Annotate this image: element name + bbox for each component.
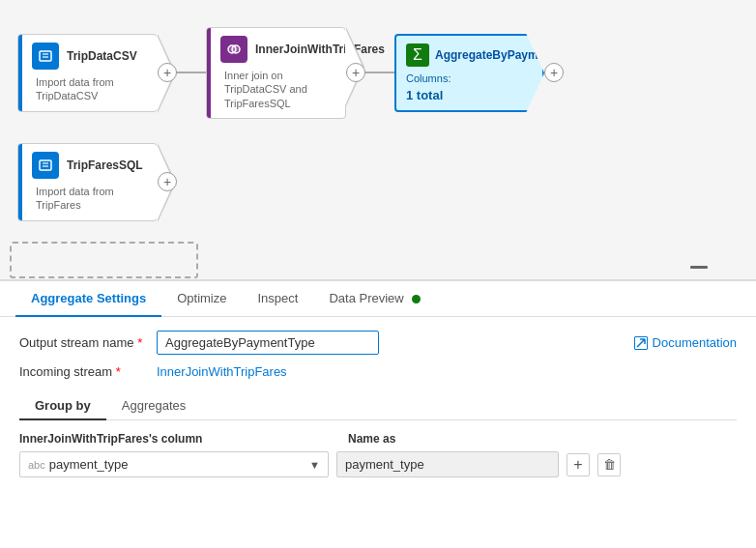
name-as-input[interactable] xyxy=(336,451,559,477)
output-stream-input[interactable] xyxy=(157,331,379,355)
tab-optimize[interactable]: Optimize xyxy=(161,281,242,317)
pipeline-row-1: TripDataCSV Import data from TripDataCSV… xyxy=(17,27,564,119)
node-agg-columns-label: Columns: xyxy=(406,71,518,85)
sigma-icon: Σ xyxy=(413,46,422,64)
empty-dashed-box xyxy=(10,242,198,278)
connector-line-1 xyxy=(177,72,206,73)
tab-data-preview[interactable]: Data Preview xyxy=(313,281,436,317)
node-left-bar-3 xyxy=(18,144,22,220)
svg-rect-0 xyxy=(40,51,51,61)
main-tabs: Aggregate Settings Optimize Inspect Data… xyxy=(0,281,756,317)
required-star-1: * xyxy=(137,335,142,350)
node-subtitle: Import data from TripDataCSV xyxy=(28,75,147,103)
sub-tabs: Group by Aggregates xyxy=(19,392,737,420)
node-icon-green: Σ xyxy=(406,43,429,67)
documentation-label: Documentation xyxy=(653,335,737,350)
tab-inspect[interactable]: Inspect xyxy=(242,281,313,317)
sub-tab-group-by[interactable]: Group by xyxy=(19,392,106,420)
name-as-header: Name as xyxy=(348,432,737,446)
panel-body: Output stream name * Documentation Incom… xyxy=(0,317,756,548)
node-top-row-3: TripFaresSQL xyxy=(28,152,147,179)
incoming-stream-label: Incoming stream * xyxy=(19,364,145,379)
dropdown-value: payment_type xyxy=(49,457,309,472)
node-title: TripDataCSV xyxy=(59,49,147,63)
bottom-panel: Aggregate Settings Optimize Inspect Data… xyxy=(0,280,756,548)
node-left-bar xyxy=(18,35,22,111)
node-left-bar-2 xyxy=(207,28,211,118)
incoming-stream-link[interactable]: InnerJoinWithTripFares xyxy=(157,364,287,379)
pipeline-canvas: TripDataCSV Import data from TripDataCSV… xyxy=(0,0,756,280)
node-subtitle-2: Inner join on TripDataCSV and TripFaresS… xyxy=(217,69,335,110)
node-icon-blue-2 xyxy=(32,152,59,179)
add-after-agg-btn[interactable]: + xyxy=(544,63,564,82)
node-title-3: TripFaresSQL xyxy=(59,159,147,172)
group-by-row: abc payment_type ▼ + 🗑 xyxy=(19,451,737,477)
tab-aggregate-settings[interactable]: Aggregate Settings xyxy=(15,281,161,317)
group-by-table-header: InnerJoinWithTripFares's column Name as xyxy=(19,432,737,446)
required-star-2: * xyxy=(116,364,121,379)
node-aggregate: Σ AggregateByPaymentTy... Columns: 1 tot… xyxy=(394,34,564,112)
node-subtitle-3: Import data from TripFares xyxy=(28,185,147,213)
plus-icon: + xyxy=(573,456,582,474)
delete-row-btn[interactable]: 🗑 xyxy=(597,453,621,476)
node-inner-join: InnerJoinWithTripFares Inner join on Tri… xyxy=(206,27,365,119)
node-agg-count: 1 total xyxy=(406,88,518,102)
node-top-row: TripDataCSV xyxy=(28,43,147,70)
trash-icon: 🗑 xyxy=(603,457,616,472)
zoom-out-btn[interactable] xyxy=(690,266,708,269)
svg-point-4 xyxy=(232,45,240,53)
node-top-row-2: InnerJoinWithTripFares xyxy=(217,36,335,63)
dropdown-arrow-icon: ▼ xyxy=(309,459,320,471)
svg-rect-5 xyxy=(40,160,51,170)
documentation-btn[interactable]: Documentation xyxy=(634,335,737,350)
node-icon-blue xyxy=(32,43,59,70)
column-dropdown[interactable]: abc payment_type ▼ xyxy=(19,451,329,477)
sub-tab-aggregates[interactable]: Aggregates xyxy=(106,392,202,420)
connector-line-2 xyxy=(365,72,394,73)
node-agg-title: AggregateByPaymentTy... xyxy=(435,48,577,62)
dropdown-prefix: abc xyxy=(28,459,45,471)
node-icon-purple xyxy=(220,36,247,63)
incoming-stream-row: Incoming stream * InnerJoinWithTripFares xyxy=(19,364,737,379)
add-row-btn[interactable]: + xyxy=(567,453,590,476)
node-trip-fares: TripFaresSQL Import data from TripFares … xyxy=(17,143,177,221)
output-stream-label: Output stream name * xyxy=(19,335,145,350)
columns-label: Columns: xyxy=(406,72,451,84)
doc-external-icon xyxy=(634,336,648,350)
pipeline-row-2: TripFaresSQL Import data from TripFares … xyxy=(17,143,177,221)
output-stream-row: Output stream name * Documentation xyxy=(19,331,737,355)
node-trip-data-csv: TripDataCSV Import data from TripDataCSV… xyxy=(17,34,177,112)
column-header: InnerJoinWithTripFares's column xyxy=(19,432,348,446)
data-preview-dot xyxy=(412,295,421,303)
